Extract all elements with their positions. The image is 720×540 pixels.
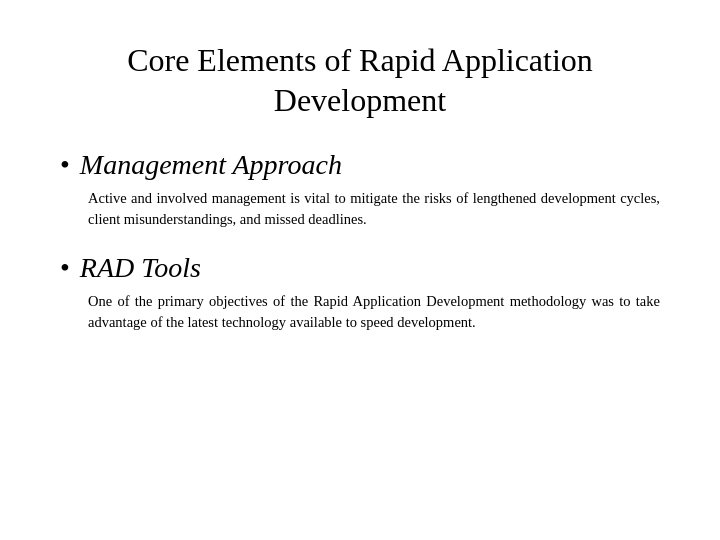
title-line1: Core Elements of Rapid Application	[127, 42, 593, 78]
bullet-dot-2: •	[60, 254, 70, 282]
slide-container: Core Elements of Rapid Application Devel…	[0, 0, 720, 540]
bullet-dot-1: •	[60, 151, 70, 179]
title-line2: Development	[274, 82, 446, 118]
bullet-item-1: • Management Approach Active and involve…	[60, 148, 660, 231]
bullet-body-2: One of the primary objectives of the Rap…	[60, 291, 660, 335]
bullet-body-1: Active and involved management is vital …	[60, 188, 660, 232]
content-block: • Management Approach Active and involve…	[60, 148, 660, 334]
bullet-heading-2: RAD Tools	[80, 251, 201, 285]
bullet-heading-row-2: • RAD Tools	[60, 251, 660, 285]
bullet-item-2: • RAD Tools One of the primary objective…	[60, 251, 660, 334]
slide-title: Core Elements of Rapid Application Devel…	[60, 40, 660, 120]
title-block: Core Elements of Rapid Application Devel…	[60, 40, 660, 120]
bullet-heading-row-1: • Management Approach	[60, 148, 660, 182]
bullet-heading-1: Management Approach	[80, 148, 342, 182]
